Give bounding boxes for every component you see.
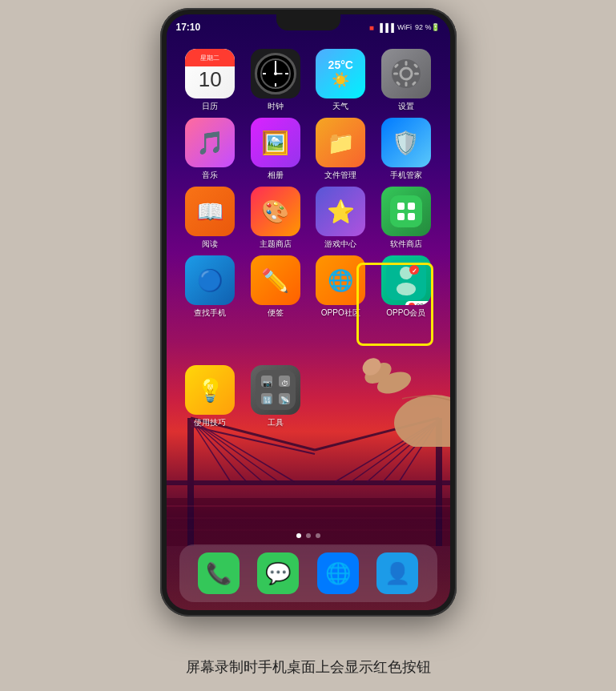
record-time: 00:00 — [417, 302, 431, 305]
music-label: 音乐 — [202, 171, 218, 180]
dock-browser[interactable]: 🌐 — [317, 552, 359, 594]
app-clock[interactable]: 时钟 — [244, 49, 307, 111]
appstore-label: 软件商店 — [390, 239, 422, 249]
app-tools[interactable]: 📷 ⏱ 🔢 📡 工具 — [244, 365, 307, 428]
app-guard[interactable]: 🛡️ 手机管家 — [375, 118, 437, 180]
svg-point-29 — [274, 72, 277, 75]
svg-rect-34 — [393, 73, 398, 75]
appstore-icon — [381, 187, 431, 236]
svg-text:📷: 📷 — [262, 379, 272, 388]
dock-contacts-icon: 👤 — [376, 552, 418, 594]
app-settings[interactable]: 设置 — [375, 49, 437, 111]
app-findphone[interactable]: 🔵 查找手机 — [179, 255, 242, 318]
photos-label: 相册 — [268, 171, 284, 180]
tools-icon: 📷 ⏱ 🔢 📡 — [251, 365, 300, 415]
phone-device: 17:10 ■ ▐▐▐ WiFi 92 %🔋 星期二 10 — [160, 8, 457, 617]
themes-label: 主题商店 — [260, 239, 292, 249]
findphone-icon: 🔵 — [185, 255, 235, 305]
games-icon: ⭐ — [316, 187, 365, 236]
app-grid: 星期二 10 日历 — [167, 42, 450, 324]
tips-label: 使用技巧 — [194, 418, 226, 428]
themes-icon: 🎨 — [251, 187, 300, 236]
guard-label: 手机管家 — [390, 171, 422, 180]
svg-text:✓: ✓ — [411, 267, 417, 275]
clock-label: 时钟 — [268, 102, 284, 111]
svg-point-47 — [397, 283, 416, 295]
page-dot-3 — [316, 533, 320, 538]
svg-text:📡: 📡 — [280, 396, 289, 405]
record-dot — [409, 303, 415, 306]
oppomember-label: OPPO会员 — [386, 308, 425, 318]
svg-rect-50 — [256, 370, 296, 410]
svg-rect-33 — [405, 82, 407, 86]
svg-rect-43 — [397, 213, 405, 220]
calendar-label: 日历 — [202, 102, 218, 111]
app-tips[interactable]: 💡 使用技巧 — [179, 365, 242, 428]
dock-phone[interactable]: 📞 — [198, 552, 240, 594]
clock-icon — [251, 49, 300, 98]
files-icon: 📁 — [316, 118, 365, 167]
files-label: 文件管理 — [324, 171, 356, 180]
games-label: 游戏中心 — [324, 239, 356, 249]
notes-label: 便签 — [268, 308, 284, 318]
weather-label: 天气 — [332, 102, 348, 111]
oppoclub-label: OPPO社区 — [321, 308, 360, 318]
dock: 📞 💬 🌐 👤 — [179, 544, 437, 602]
status-icons: ■ ▐▐▐ WiFi 92 %🔋 — [369, 23, 441, 32]
page-dot-2 — [306, 533, 311, 538]
dock-contacts[interactable]: 👤 — [376, 552, 418, 594]
music-icon: 🎵 — [185, 118, 235, 167]
page-dot-1 — [296, 533, 301, 538]
app-themes[interactable]: 🎨 主题商店 — [244, 187, 307, 249]
svg-rect-0 — [167, 498, 450, 546]
app-appstore[interactable]: 软件商店 — [375, 187, 437, 249]
screen-record-icon: ■ — [369, 23, 374, 32]
svg-text:🔢: 🔢 — [262, 396, 272, 405]
dock-messages[interactable]: 💬 — [257, 552, 299, 594]
page-indicator — [296, 533, 320, 538]
app-photos[interactable]: 🖼️ 相册 — [244, 118, 307, 180]
oppoclub-icon: 🌐 — [316, 255, 365, 305]
wifi-icon: WiFi — [397, 23, 412, 31]
notch — [276, 14, 340, 30]
tips-icon: 💡 — [185, 365, 235, 415]
weather-icon: 25°C ☀️ — [316, 49, 365, 98]
settings-label: 设置 — [398, 102, 414, 111]
calendar-weekday: 星期二 — [185, 49, 235, 66]
app-reading[interactable]: 📖 阅读 — [179, 187, 242, 249]
app-games[interactable]: ⭐ 游戏中心 — [310, 187, 372, 249]
reading-icon: 📖 — [185, 187, 235, 236]
dock-browser-icon: 🌐 — [317, 552, 359, 594]
clock-face — [255, 53, 296, 94]
notes-icon: ✏️ — [251, 255, 300, 305]
photos-icon: 🖼️ — [251, 118, 300, 167]
app-oppoclub[interactable]: 🌐 OPPO社区 — [310, 255, 372, 318]
app-weather[interactable]: 25°C ☀️ 天气 — [310, 49, 372, 111]
app-notes[interactable]: ✏️ 便签 — [244, 255, 307, 318]
weather-temp: 25°C — [328, 58, 353, 71]
tools-label: 工具 — [268, 418, 284, 428]
svg-rect-32 — [405, 61, 407, 66]
phone-screen: 17:10 ■ ▐▐▐ WiFi 92 %🔋 星期二 10 — [167, 14, 450, 610]
svg-rect-42 — [408, 203, 415, 210]
app-oppomember[interactable]: ✓ 00:00 OPPO会员 — [375, 255, 437, 318]
app-music[interactable]: 🎵 音乐 — [179, 118, 242, 180]
battery-icon: 92 %🔋 — [415, 23, 441, 31]
status-time: 17:10 — [176, 22, 201, 33]
svg-rect-35 — [414, 73, 419, 75]
signal-icon: ▐▐▐ — [377, 23, 394, 32]
app-calendar[interactable]: 星期二 10 日历 — [179, 49, 242, 111]
svg-text:⏱: ⏱ — [280, 380, 288, 388]
guard-icon: 🛡️ — [381, 118, 431, 167]
app-files[interactable]: 📁 文件管理 — [310, 118, 372, 180]
calendar-date: 10 — [199, 67, 222, 92]
svg-rect-41 — [397, 203, 405, 210]
reading-label: 阅读 — [202, 239, 218, 249]
svg-rect-44 — [408, 213, 415, 220]
findphone-label: 查找手机 — [194, 308, 226, 318]
record-timer-badge: 00:00 — [405, 301, 431, 305]
calendar-icon: 星期二 10 — [185, 49, 235, 98]
dock-messages-icon: 💬 — [257, 552, 299, 594]
svg-rect-9 — [167, 480, 450, 485]
settings-icon — [381, 49, 431, 98]
